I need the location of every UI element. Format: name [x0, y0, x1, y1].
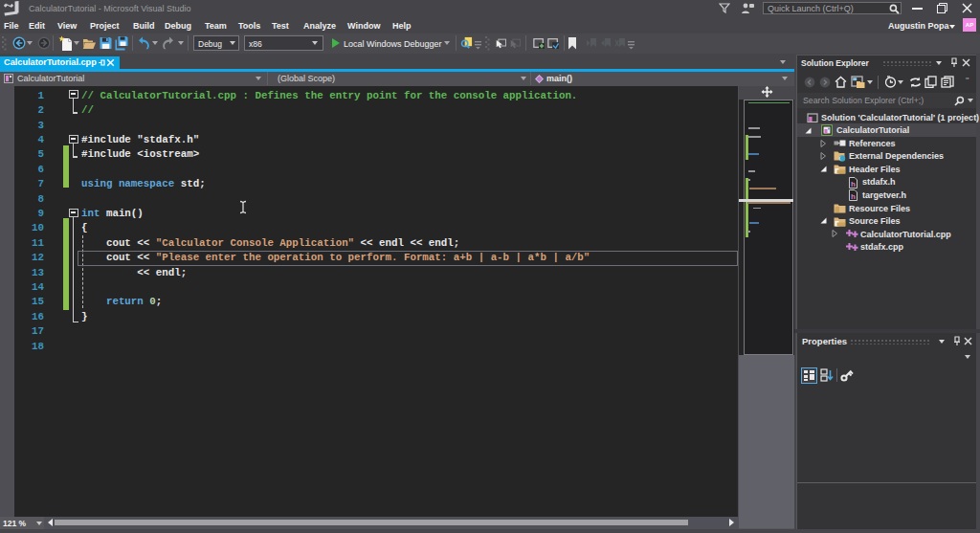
- svg-text:h: h: [851, 179, 856, 188]
- svg-text:h: h: [851, 192, 856, 201]
